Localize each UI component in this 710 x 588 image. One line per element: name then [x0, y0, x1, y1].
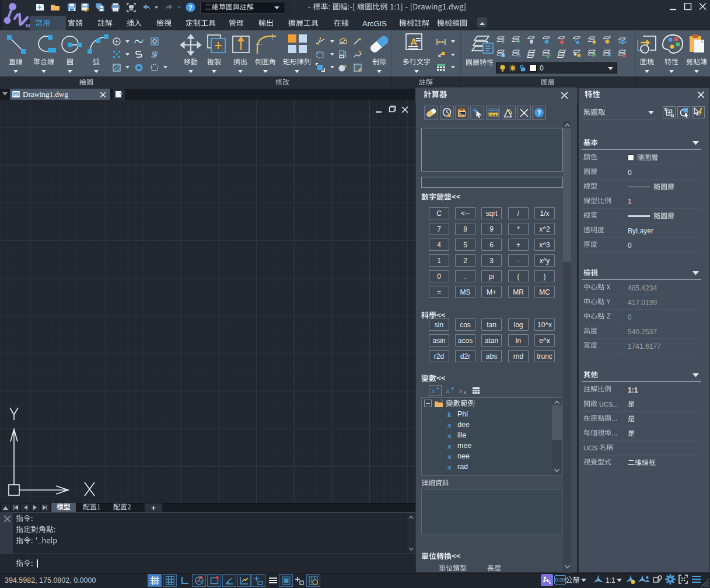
svg-text:?: ?: [188, 4, 193, 11]
svg-text:x: x: [446, 387, 450, 394]
svg-text:x: x: [459, 387, 463, 394]
svg-text:x: x: [431, 387, 435, 394]
svg-text:DWG: DWG: [12, 93, 19, 96]
svg-text:?: ?: [537, 109, 541, 116]
